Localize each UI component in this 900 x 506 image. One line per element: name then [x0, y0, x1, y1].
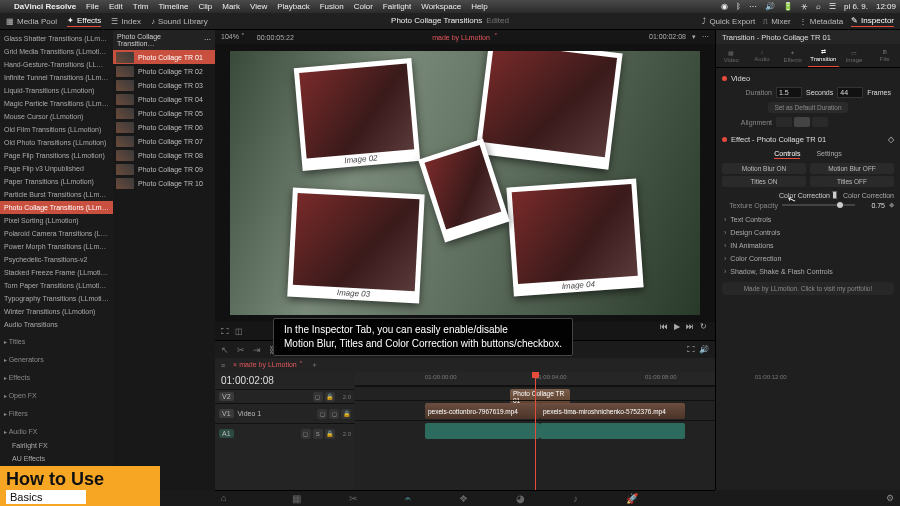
effects-category[interactable]: Open FX [0, 389, 113, 403]
track-lock-icon[interactable]: 🔒 [325, 392, 335, 402]
align-end-button[interactable] [812, 117, 828, 127]
marker-icon[interactable]: ▾ [692, 33, 696, 41]
subtab-controls[interactable]: Controls [774, 150, 800, 159]
preset-item[interactable]: Photo Collage TR 09 [113, 162, 215, 176]
tab-sound-library[interactable]: ♪Sound Library [151, 17, 208, 26]
preset-item[interactable]: Photo Collage TR 10 [113, 176, 215, 190]
tab-media-pool[interactable]: ▦Media Pool [6, 17, 57, 26]
page-cut-icon[interactable]: ✂ [349, 493, 357, 504]
inspector-section-effect[interactable]: Effect - Photo Collage TR 01◇ [722, 133, 894, 146]
clip-video-2[interactable]: pexels-tima-miroshnichenko-5752376.mp4 [540, 403, 685, 419]
menu-fusion[interactable]: Fusion [320, 2, 344, 11]
preset-list[interactable]: Photo Collage Transition…⋯ Photo Collage… [113, 30, 215, 490]
effects-list-item[interactable]: Hand-Gesture-Transitions (LLmo… [0, 58, 113, 71]
inspector-group[interactable]: Text Controls [722, 213, 894, 226]
effects-category[interactable]: Audio FX [0, 425, 113, 439]
menu-edit[interactable]: Edit [109, 2, 123, 11]
portfolio-link[interactable]: Made by LLmotion. Click to visit my port… [722, 282, 894, 295]
effects-list-item[interactable]: AU Effects [0, 452, 113, 465]
effects-list-item[interactable]: Mouse Cursor (LLmotion) [0, 110, 113, 123]
search-icon[interactable]: ⌕ [816, 2, 821, 11]
tab-quick-export[interactable]: ⤴Quick Export [702, 16, 755, 27]
playhead[interactable] [535, 372, 536, 490]
wifi-icon[interactable]: ⚹ [801, 2, 808, 12]
menu-mark[interactable]: Mark [222, 2, 240, 11]
track-header-v1[interactable]: V1Video 1◻◻🔒 [215, 403, 355, 423]
duration-frames-input[interactable] [837, 87, 863, 98]
timeline-stack-icon[interactable]: ≡ [221, 362, 225, 369]
selection-tool-icon[interactable]: ↖ [221, 345, 229, 355]
volume-icon[interactable]: 🔊 [765, 2, 775, 11]
inspector-tab-video[interactable]: ▦Video [716, 44, 747, 67]
timeline-position-tc[interactable]: 01:00:02:08 [215, 372, 355, 389]
page-fusion-icon[interactable]: ❖ [459, 493, 468, 504]
effects-list-item[interactable]: Torn Paper Transitions (LLmoti… [0, 279, 113, 292]
transform-icon[interactable]: ⛶ [221, 327, 229, 336]
page-color-icon[interactable]: ◕ [516, 493, 525, 504]
volume-icon[interactable]: 🔊 [699, 345, 709, 354]
viewer-options-icon[interactable]: ⋯ [702, 33, 709, 41]
timeline[interactable]: 01:00:02:08 V2◻🔒2.0 V1Video 1◻◻🔒 A1◻S🔒2.… [215, 372, 715, 490]
page-media-icon[interactable]: ▦ [292, 493, 301, 504]
inspector-tab-file[interactable]: 🗎File [869, 44, 900, 67]
loop-button[interactable]: ↻ [700, 322, 707, 331]
inspector-group[interactable]: Design Controls [722, 226, 894, 239]
effects-list-item[interactable]: Stacked Freeze Frame (LLmotion) [0, 266, 113, 279]
list-options-icon[interactable]: ⋯ [204, 36, 211, 44]
inspector-group[interactable]: IN Animations [722, 239, 894, 252]
menu-file[interactable]: File [86, 2, 99, 11]
track-solo-icon[interactable]: ◻ [329, 409, 339, 419]
viewer-zoom[interactable]: 104% ˅ [221, 33, 245, 41]
timeline-add-icon[interactable]: ＋ [311, 360, 318, 370]
clip-audio-1[interactable] [425, 423, 540, 439]
preset-item[interactable]: Photo Collage TR 04 [113, 92, 215, 106]
subtab-settings[interactable]: Settings [816, 150, 841, 159]
track-mute-icon[interactable]: ◻ [317, 409, 327, 419]
effects-list-item[interactable]: Glass Shatter Transitions (LLmoti… [0, 32, 113, 45]
project-settings-icon[interactable]: ⚙ [886, 493, 894, 503]
page-deliver-icon[interactable]: 🚀 [626, 493, 638, 504]
fullscreen-icon[interactable]: ⛶ [687, 345, 695, 354]
next-frame-button[interactable]: ⏭ [686, 322, 694, 331]
tab-inspector[interactable]: ✎Inspector [851, 16, 894, 27]
set-default-duration-button[interactable]: Set as Default Duration [768, 102, 847, 113]
effects-list-item[interactable]: Grid Media Transitions (LLmotion) [0, 45, 113, 58]
battery-icon[interactable]: 🔋 [783, 2, 793, 11]
effects-list-item[interactable]: Pixel Sorting (LLmotion) [0, 214, 113, 227]
preset-item[interactable]: Photo Collage TR 08 [113, 148, 215, 162]
effects-list-item[interactable]: Infinite Tunnel Transitions (LLm… [0, 71, 113, 84]
track-header-v2[interactable]: V2◻🔒2.0 [215, 389, 355, 403]
menu-playback[interactable]: Playback [277, 2, 309, 11]
tab-mixer[interactable]: ⎍Mixer [763, 16, 791, 27]
effects-list-item[interactable]: Particle Burst Transitions (LLm… [0, 188, 113, 201]
effects-category-list[interactable]: Glass Shatter Transitions (LLmoti…Grid M… [0, 30, 113, 490]
status-date[interactable]: pi 6. 9. [844, 2, 868, 11]
align-center-button[interactable] [794, 117, 810, 127]
motion-blur-off-button[interactable]: Motion Blur OFF [810, 163, 894, 174]
inspector-tab-image[interactable]: ▭Image [839, 44, 870, 67]
duration-seconds-input[interactable] [776, 87, 802, 98]
inspector-tab-transition[interactable]: ⇄Transition [808, 44, 839, 67]
track-solo-icon[interactable]: S [313, 429, 323, 439]
menu-help[interactable]: Help [471, 2, 487, 11]
keyframe-add-icon[interactable]: ◆ [889, 201, 894, 209]
effects-list-item[interactable]: Audio Transitions [0, 318, 113, 331]
preset-item[interactable]: Photo Collage TR 03 [113, 78, 215, 92]
prev-frame-button[interactable]: ⏮ [660, 322, 668, 331]
effects-list-item[interactable]: Winter Transitions (LLmotion) [0, 305, 113, 318]
effects-list-item[interactable]: Typography Transitions (LLmoti… [0, 292, 113, 305]
menu-timeline[interactable]: Timeline [159, 2, 189, 11]
tab-effects[interactable]: ✦Effects [67, 16, 101, 27]
track-mute-icon[interactable]: ◻ [301, 429, 311, 439]
titles-off-button[interactable]: Titles OFF [810, 176, 894, 187]
timeline-tab[interactable]: × made by LLmotion ˅ [233, 361, 303, 369]
menu-clip[interactable]: Clip [198, 2, 212, 11]
tab-metadata[interactable]: ⋮Metadata [799, 16, 843, 27]
effects-list-item[interactable]: Page Flip v3 Unpublished [0, 162, 113, 175]
preset-item[interactable]: Photo Collage TR 02 [113, 64, 215, 78]
inspector-tab-effects[interactable]: ✦Effects [777, 44, 808, 67]
titles-on-button[interactable]: Titles ON [722, 176, 806, 187]
obs-icon[interactable]: ◉ [721, 2, 728, 11]
effects-list-item[interactable]: Psychedelic-Transitions-v2 [0, 253, 113, 266]
inspector-section-video[interactable]: Video [722, 72, 894, 85]
